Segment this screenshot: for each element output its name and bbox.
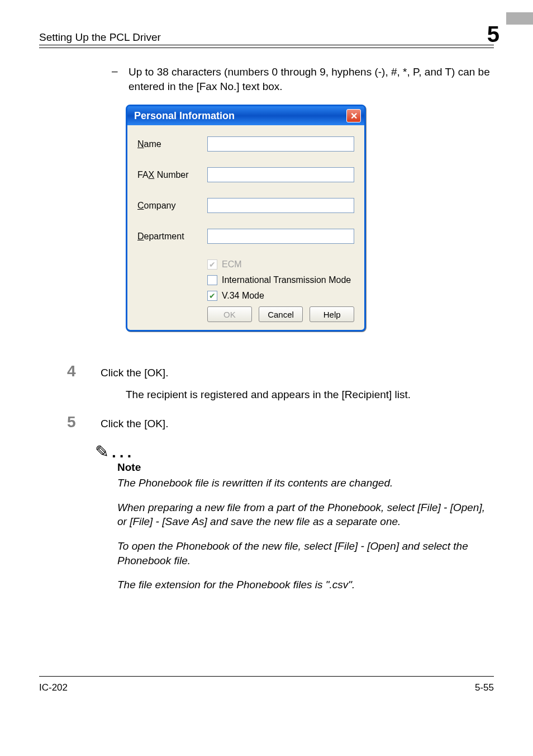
page-footer: IC-202 5-55 [39, 676, 494, 693]
step-number: 4 [39, 362, 101, 380]
close-button[interactable]: ✕ [346, 109, 361, 122]
chapter-indicator: 5 [460, 22, 494, 44]
fax-input[interactable] [207, 167, 354, 182]
row-company: Company [137, 198, 354, 213]
dialog-title: Personal Information [134, 110, 235, 122]
note-paragraph-3: To open the Phonebook of the new file, s… [117, 539, 494, 568]
label-company: Company [137, 201, 207, 211]
checkbox-v34[interactable]: V.34 Mode [207, 291, 354, 301]
step-4-sub: The recipient is registered and appears … [126, 388, 494, 403]
options-column: ECM International Transmission Mode V.34… [207, 259, 354, 301]
check-icon [207, 275, 217, 285]
dialog-body: Name FAX Number Company Department [127, 125, 364, 330]
help-button[interactable]: Help [310, 306, 354, 322]
section-title: Setting Up the PCL Driver [39, 31, 161, 44]
footer-left: IC-202 [39, 682, 68, 693]
row-fax: FAX Number [137, 167, 354, 182]
step-number: 5 [39, 413, 101, 431]
chapter-number: 5 [487, 22, 499, 47]
ok-button: OK [207, 306, 252, 322]
dialog-titlebar: Personal Information ✕ [127, 106, 364, 125]
label-department: Department [137, 231, 207, 242]
header-rule [39, 48, 494, 48]
close-icon: ✕ [350, 111, 358, 121]
checkbox-international[interactable]: International Transmission Mode [207, 275, 354, 285]
bullet-item: – Up to 38 characters (numbers 0 through… [112, 65, 494, 93]
step-text: Click the [OK]. [101, 366, 494, 381]
page-header: Setting Up the PCL Driver 5 [39, 22, 494, 45]
label-name: Name [137, 139, 207, 149]
row-name: Name [137, 136, 354, 152]
row-department: Department [137, 229, 354, 244]
cancel-button[interactable]: Cancel [259, 306, 303, 322]
note-dots: ... [112, 443, 135, 461]
label-fax: FAX Number [137, 170, 207, 180]
bullet-dash: – [112, 65, 129, 93]
dialog-button-row: OK Cancel Help [207, 306, 354, 322]
step-5: 5 Click the [OK]. [39, 413, 494, 432]
note-paragraph-1: The Phonebook file is rewritten if its c… [117, 476, 494, 490]
chapter-tab [506, 12, 533, 25]
note-paragraph-2: When preparing a new file from a part of… [117, 500, 494, 529]
pencil-icon: ✎ [95, 442, 109, 461]
company-input[interactable] [207, 198, 354, 213]
department-input[interactable] [207, 229, 354, 244]
name-input[interactable] [207, 136, 354, 152]
check-icon [207, 291, 217, 301]
step-text: Click the [OK]. [101, 417, 494, 432]
note-paragraph-4: The file extension for the Phonebook fil… [117, 578, 494, 592]
bullet-text: Up to 38 characters (numbers 0 through 9… [129, 65, 494, 93]
checkbox-ecm: ECM [207, 259, 354, 270]
check-icon [207, 259, 217, 270]
personal-information-dialog: Personal Information ✕ Name FAX Number [126, 105, 366, 332]
step-4: 4 Click the [OK]. [39, 362, 494, 381]
note-icon-row: ✎ ... [95, 442, 494, 461]
footer-right: 5-55 [475, 682, 494, 693]
note-heading: Note [117, 461, 494, 474]
